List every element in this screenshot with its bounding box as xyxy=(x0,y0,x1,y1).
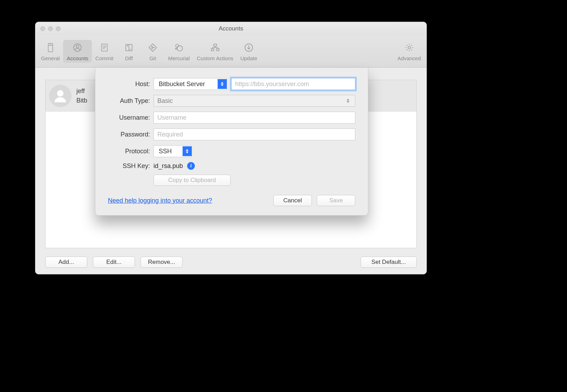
traffic-lights xyxy=(35,26,61,31)
tab-label: Git xyxy=(149,55,156,61)
row-username: Username: xyxy=(108,112,355,124)
cancel-button[interactable]: Cancel xyxy=(273,195,312,206)
update-icon xyxy=(243,42,254,53)
auth-type-select[interactable]: Basic xyxy=(153,95,355,107)
zoom-window-button[interactable] xyxy=(56,26,61,31)
svg-rect-2 xyxy=(50,44,51,44)
svg-point-19 xyxy=(177,46,182,51)
chevron-updown-icon xyxy=(347,99,351,103)
gear-icon xyxy=(404,42,415,53)
auth-type-value: Basic xyxy=(157,97,173,105)
tab-update[interactable]: Update xyxy=(237,40,261,63)
row-auth-type: Auth Type: Basic xyxy=(108,95,355,107)
row-host: Host: Bitbucket Server xyxy=(108,78,355,90)
preferences-toolbar: General Accounts Commit Diff Git xyxy=(35,35,426,68)
svg-point-32 xyxy=(57,90,63,96)
label-password: Password: xyxy=(108,131,153,138)
ssh-key-value: id_rsa.pub xyxy=(153,162,183,170)
add-account-sheet: Host: Bitbucket Server Auth Type: Basic … xyxy=(95,68,368,216)
general-icon xyxy=(45,42,56,53)
protocol-select[interactable]: SSH xyxy=(153,145,192,157)
tab-accounts[interactable]: Accounts xyxy=(63,40,92,63)
close-window-button[interactable] xyxy=(40,26,45,31)
help-link[interactable]: Need help logging into your account? xyxy=(108,197,212,204)
svg-point-31 xyxy=(408,47,410,49)
tab-diff[interactable]: Diff xyxy=(117,40,141,63)
tab-label: Advanced xyxy=(397,55,421,61)
tab-commit[interactable]: Commit xyxy=(92,40,117,63)
sheet-footer: Need help logging into your account? Can… xyxy=(108,195,355,206)
window-title: Accounts xyxy=(35,25,426,32)
svg-point-20 xyxy=(176,44,179,47)
row-copy: Copy to Clipboard xyxy=(108,175,355,186)
save-button[interactable]: Save xyxy=(317,195,355,206)
titlebar: Accounts xyxy=(35,22,426,35)
chevron-updown-icon xyxy=(218,79,227,89)
tab-label: Commit xyxy=(95,55,114,61)
tab-advanced[interactable]: Advanced xyxy=(394,40,424,63)
label-protocol: Protocol: xyxy=(108,148,153,155)
copy-to-clipboard-button[interactable]: Copy to Clipboard xyxy=(153,175,231,186)
account-text: jeff Bitb xyxy=(76,86,87,105)
svg-rect-5 xyxy=(102,44,108,51)
label-host: Host: xyxy=(108,80,153,88)
tab-label: Update xyxy=(240,55,257,61)
chevron-updown-icon xyxy=(183,146,192,156)
set-default-button[interactable]: Set Default... xyxy=(361,257,417,268)
tab-label: Custom Actions xyxy=(197,55,233,61)
label-ssh-key: SSH Key: xyxy=(108,162,153,170)
tab-label: Mercurial xyxy=(168,55,190,61)
tab-git[interactable]: Git xyxy=(141,40,165,63)
row-protocol: Protocol: SSH xyxy=(108,145,355,157)
accounts-icon xyxy=(72,42,83,53)
mercurial-icon xyxy=(173,42,185,53)
account-subtitle: Bitb xyxy=(76,96,87,105)
svg-rect-23 xyxy=(211,49,214,51)
tab-general[interactable]: General xyxy=(37,40,63,63)
diff-icon xyxy=(123,42,135,53)
custom-actions-icon xyxy=(210,42,221,53)
avatar xyxy=(49,85,71,107)
protocol-value: SSH xyxy=(157,148,172,155)
commit-icon xyxy=(99,42,110,53)
svg-rect-22 xyxy=(214,44,217,46)
preferences-window: Accounts General Accounts Commit Di xyxy=(35,22,427,274)
label-username: Username: xyxy=(108,114,153,121)
accounts-buttons: Add... Edit... Remove... Set Default... xyxy=(45,257,417,268)
account-name: jeff xyxy=(76,86,87,96)
git-icon xyxy=(147,42,158,53)
row-ssh-key: SSH Key: id_rsa.pub i xyxy=(108,162,355,170)
tab-custom-actions[interactable]: Custom Actions xyxy=(193,40,237,63)
label-auth-type: Auth Type: xyxy=(108,97,153,105)
tab-label: Accounts xyxy=(67,55,88,61)
add-button[interactable]: Add... xyxy=(45,257,87,268)
svg-rect-0 xyxy=(48,43,53,52)
edit-button[interactable]: Edit... xyxy=(93,257,135,268)
host-select-value: Bitbucket Server xyxy=(157,80,205,88)
svg-point-21 xyxy=(175,48,176,49)
tab-mercurial[interactable]: Mercurial xyxy=(165,40,193,63)
svg-point-4 xyxy=(76,45,79,48)
password-input[interactable] xyxy=(153,128,355,140)
remove-button[interactable]: Remove... xyxy=(141,257,183,268)
username-input[interactable] xyxy=(153,112,355,124)
minimize-window-button[interactable] xyxy=(48,26,53,31)
svg-rect-24 xyxy=(217,49,219,51)
host-select[interactable]: Bitbucket Server xyxy=(153,78,227,90)
tab-label: Diff xyxy=(125,55,133,61)
host-url-input[interactable] xyxy=(231,78,355,90)
tab-label: General xyxy=(41,55,60,61)
row-password: Password: xyxy=(108,128,355,140)
info-icon[interactable]: i xyxy=(187,162,195,170)
